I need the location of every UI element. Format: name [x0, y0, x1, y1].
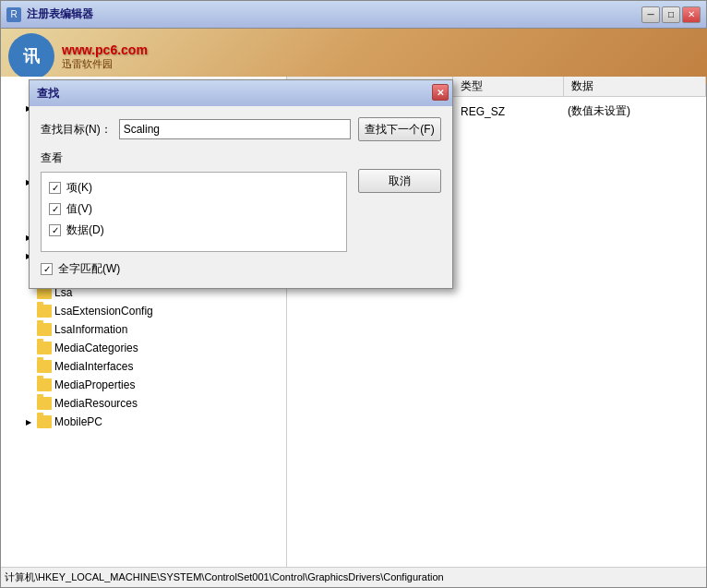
cancel-button[interactable]: 取消: [358, 169, 441, 193]
tree-expand-arrow[interactable]: [23, 306, 34, 317]
find-dialog: 查找 ✕ 查找目标(N)： 查找下一个(F) 查看: [29, 79, 453, 289]
search-in-section: 查看 项(K) 值(V): [41, 150, 347, 277]
watermark-logo: 讯: [8, 33, 54, 79]
col-header-data: 数据: [564, 77, 706, 96]
main-window: R 注册表编辑器 ─ □ ✕ 文件(F) 编辑(E) 查看(V) 收藏(A) 帮…: [0, 0, 707, 588]
checkbox-key[interactable]: [49, 182, 61, 194]
dialog-title-bar: 查找 ✕: [30, 80, 452, 106]
maximize-button[interactable]: □: [662, 6, 680, 23]
dialog-buttons: 取消: [358, 150, 441, 193]
tree-item[interactable]: MediaInterfaces: [1, 357, 286, 376]
tree-expand-arrow[interactable]: [23, 342, 34, 354]
watermark-subtitle: 迅雷软件园: [62, 57, 148, 71]
check-row-value: 值(V): [49, 201, 339, 217]
tree-item[interactable]: MediaCategories: [1, 339, 286, 357]
folder-icon: [37, 305, 52, 318]
minimize-button[interactable]: ─: [641, 6, 660, 23]
checkbox-value[interactable]: [49, 203, 61, 215]
checkbox-group: 项(K) 值(V) 数据(D): [41, 172, 347, 252]
dialog-body: 查找目标(N)： 查找下一个(F) 查看 项(K): [30, 106, 452, 288]
cell-data: (数值未设置): [564, 102, 699, 120]
dialog-close-button[interactable]: ✕: [432, 84, 449, 101]
watermark-site: www.pc6.com: [62, 42, 148, 57]
col-header-type: 类型: [453, 77, 564, 96]
title-bar: R 注册表编辑器 ─ □ ✕: [1, 1, 706, 29]
tree-expand-arrow[interactable]: [23, 324, 34, 335]
app-icon: R: [6, 7, 21, 22]
checkbox-fullmatch[interactable]: [41, 263, 53, 275]
folder-icon: [37, 360, 52, 373]
window-title: 注册表编辑器: [27, 6, 636, 22]
check-label-value: 值(V): [66, 201, 92, 217]
tree-label: MediaCategories: [54, 342, 138, 354]
tree-item[interactable]: MediaProperties: [1, 376, 286, 394]
tree-item[interactable]: LsaInformation: [1, 320, 286, 339]
tree-expand-arrow[interactable]: [23, 398, 34, 409]
tree-item[interactable]: MediaResources: [1, 394, 286, 413]
tree-label: LsaExtensionConfig: [54, 305, 153, 318]
watermark-area: 讯 www.pc6.com 迅雷软件园: [1, 29, 707, 84]
tree-expand-arrow[interactable]: [23, 361, 34, 372]
fullmatch-label: 全字匹配(W): [58, 261, 120, 277]
tree-item[interactable]: LsaExtensionConfig: [1, 302, 286, 320]
find-label: 查找目标(N)：: [41, 122, 112, 138]
check-label-key: 项(K): [66, 180, 92, 196]
tree-expand-arrow[interactable]: ▶: [23, 416, 34, 427]
folder-icon: [37, 323, 52, 336]
tree-label: MediaProperties: [54, 378, 135, 391]
folder-icon: [37, 342, 52, 354]
tree-label: MediaInterfaces: [54, 360, 133, 373]
find-next-button[interactable]: 查找下一个(F): [358, 117, 441, 141]
tree-expand-arrow[interactable]: [23, 379, 34, 390]
status-text: 计算机\HKEY_LOCAL_MACHINE\SYSTEM\ControlSet…: [5, 570, 444, 584]
close-button[interactable]: ✕: [682, 6, 701, 23]
find-input-row: 查找目标(N)： 查找下一个(F): [41, 117, 441, 141]
folder-icon: [37, 415, 52, 428]
dialog-title-text: 查找: [37, 86, 59, 102]
folder-icon: [37, 397, 52, 410]
tree-label: MobilePC: [54, 415, 102, 428]
checkbox-data[interactable]: [49, 224, 61, 236]
fullmatch-row: 全字匹配(W): [41, 261, 347, 277]
tree-label: MediaResources: [54, 397, 138, 410]
find-input[interactable]: [119, 119, 351, 139]
cell-type: REG_SZ: [457, 104, 564, 119]
title-buttons: ─ □ ✕: [641, 6, 701, 23]
check-row-key: 项(K): [49, 180, 339, 196]
folder-icon: [37, 378, 52, 391]
search-in-label: 查看: [41, 150, 347, 166]
watermark-text-block: www.pc6.com 迅雷软件园: [62, 42, 148, 71]
check-row-data: 数据(D): [49, 222, 339, 238]
tree-item[interactable]: ▶ MobilePC: [1, 413, 286, 431]
tree-label: LsaInformation: [54, 323, 127, 336]
status-bar: 计算机\HKEY_LOCAL_MACHINE\SYSTEM\ControlSet…: [1, 567, 706, 587]
check-label-data: 数据(D): [66, 222, 104, 238]
